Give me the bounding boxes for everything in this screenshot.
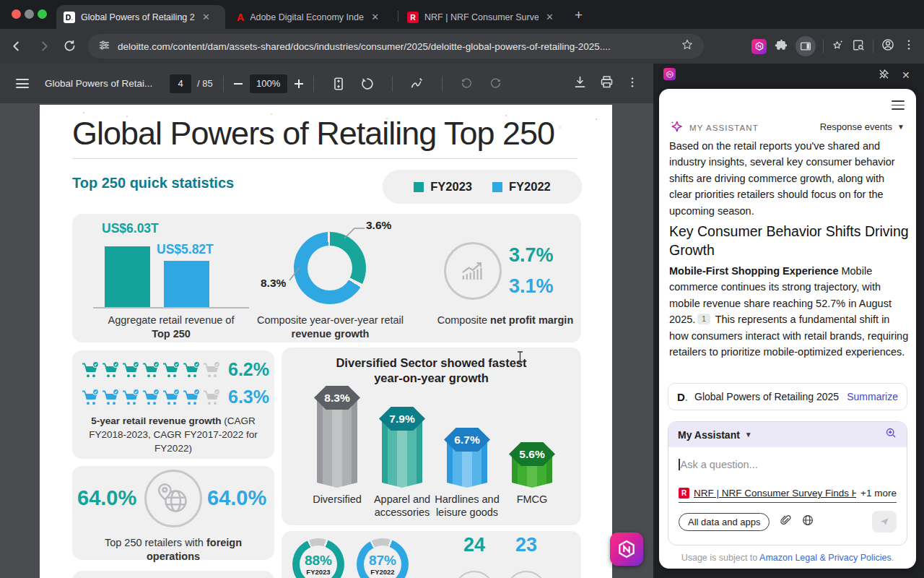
close-tab-icon[interactable]: ✕ bbox=[201, 12, 212, 22]
assistant-fab[interactable] bbox=[610, 532, 643, 566]
document-title: Global Powers of Retailing Top 250 bbox=[72, 115, 554, 152]
extensions-row bbox=[751, 29, 924, 64]
browser-toolbar: deloitte.com/content/dam/assets-shared/d… bbox=[0, 29, 924, 64]
close-tab-icon[interactable]: ✕ bbox=[370, 12, 380, 22]
sector-column-diversified bbox=[317, 397, 357, 488]
legal-link[interactable]: Amazon Legal & Privacy Policies bbox=[759, 553, 892, 563]
zoom-in-icon[interactable] bbox=[295, 79, 303, 88]
pdf-viewer: Global Powers of Retai... 4 / 85 100% bbox=[0, 64, 653, 578]
redo-icon[interactable] bbox=[488, 76, 504, 92]
question-input[interactable]: Ask a question... bbox=[679, 459, 897, 470]
expand-zoom-icon[interactable] bbox=[885, 427, 897, 442]
data-scope-button[interactable]: All data and apps bbox=[679, 513, 770, 531]
cagr-caption: 5-year retail revenue growth (CAGR FY201… bbox=[77, 414, 269, 455]
sparkle-icon bbox=[669, 119, 684, 137]
reload-icon[interactable] bbox=[62, 38, 78, 54]
fit-to-page-icon[interactable] bbox=[331, 76, 346, 92]
tab-separator bbox=[398, 11, 398, 22]
side-panel-icon[interactable] bbox=[796, 36, 816, 56]
legal-footer: Usage is subject to Amazon Legal & Priva… bbox=[659, 553, 916, 563]
bookmark-sparkle-icon[interactable] bbox=[831, 38, 845, 55]
pdf-menu-icon[interactable] bbox=[16, 77, 29, 91]
tab-adobe-index[interactable]: A Adobe Digital Economy Index ✕ bbox=[230, 5, 396, 29]
maximize-window-button[interactable] bbox=[38, 9, 47, 19]
page-count: / 85 bbox=[197, 78, 213, 89]
browser-menu-icon[interactable] bbox=[902, 38, 915, 54]
new-tab-button[interactable]: + bbox=[575, 7, 583, 23]
assistant-intro-text: Based on the retail reports you've share… bbox=[669, 138, 907, 219]
profit-caption: Composite net profit margin bbox=[433, 314, 578, 327]
profit-fy2023-value: 3.7% bbox=[509, 244, 554, 267]
attachment-row[interactable]: R NRF | NRF Consumer Survey Finds Hal… +… bbox=[679, 488, 897, 503]
pdf-more-icon[interactable] bbox=[626, 76, 639, 92]
pdf-doc-title: Global Powers of Retai... bbox=[45, 78, 164, 89]
rotate-icon[interactable] bbox=[359, 76, 375, 92]
toolbar-divider bbox=[823, 40, 824, 53]
blue-swatch bbox=[492, 182, 502, 192]
tab-global-powers[interactable]: D. Global Powers of Retailing 20 ✕ bbox=[56, 5, 225, 29]
sector-label-fmcg: FMCG bbox=[489, 493, 575, 506]
annotate-pen-icon[interactable] bbox=[409, 76, 425, 92]
back-icon[interactable] bbox=[9, 38, 25, 54]
assistant-body-text: Mobile-First Shopping Experience Mobile … bbox=[669, 263, 910, 360]
zoom-out-icon[interactable] bbox=[234, 83, 243, 85]
unpin-icon[interactable] bbox=[877, 68, 890, 84]
chevron-down-icon[interactable]: ▼ bbox=[745, 431, 752, 439]
profit-fy2022-value: 3.1% bbox=[509, 275, 554, 298]
pdf-toolbar-divider bbox=[392, 76, 393, 92]
text-cursor bbox=[679, 459, 680, 470]
url-text[interactable]: deloitte.com/content/dam/assets-shared/d… bbox=[118, 41, 674, 52]
print-icon[interactable] bbox=[599, 74, 614, 92]
address-bar[interactable]: deloitte.com/content/dam/assets-shared/d… bbox=[88, 34, 704, 59]
tab-nrf-survey[interactable]: R NRF | NRF Consumer Survey ✕ bbox=[400, 5, 565, 29]
summarize-link[interactable]: Summarize bbox=[847, 391, 898, 402]
extensions-puzzle-icon[interactable] bbox=[774, 38, 788, 55]
paperclip-icon[interactable] bbox=[779, 514, 792, 530]
close-tab-icon[interactable]: ✕ bbox=[544, 12, 555, 22]
legend-fy2022: FY2022 bbox=[492, 180, 551, 194]
search-page-icon[interactable] bbox=[852, 38, 866, 55]
zoom-level[interactable]: 100% bbox=[250, 74, 287, 93]
assistant-selector[interactable]: My Assistant bbox=[678, 429, 740, 441]
panel-menu-icon[interactable] bbox=[892, 98, 905, 112]
revenue-caption: Aggregate retail revenue ofTop 250 bbox=[83, 314, 259, 341]
page-texture bbox=[83, 112, 84, 113]
donut-leader-lines bbox=[256, 217, 379, 296]
page-number-input[interactable]: 4 bbox=[170, 74, 191, 93]
globe-pin-icon bbox=[144, 470, 202, 527]
document-card-title: Global Powers of Retailing 2025 bbox=[694, 391, 840, 402]
site-settings-icon[interactable] bbox=[98, 39, 110, 54]
attachment-title[interactable]: NRF | NRF Consumer Survey Finds Hal… bbox=[694, 488, 856, 499]
profile-icon[interactable] bbox=[881, 38, 895, 55]
revenue-fy2022-value: US$5.82T bbox=[157, 242, 214, 257]
revenue-fy2023-value: US$6.03T bbox=[102, 221, 159, 236]
bookmark-star-icon[interactable] bbox=[681, 38, 694, 54]
close-sidebar-icon[interactable]: ✕ bbox=[902, 69, 910, 81]
composer: My Assistant ▼ Ask a question... R NRF |… bbox=[668, 421, 907, 545]
cagr-fy2023-value: 6.2% bbox=[228, 359, 269, 380]
composer-header: My Assistant ▼ bbox=[668, 422, 907, 447]
web-globe-icon[interactable] bbox=[801, 514, 814, 530]
send-button[interactable] bbox=[872, 511, 897, 532]
citation-badge[interactable]: 1 bbox=[697, 314, 710, 324]
legend-fy2023: FY2023 bbox=[414, 180, 472, 194]
undo-icon[interactable] bbox=[459, 76, 475, 92]
deloitte-favicon: D. bbox=[64, 12, 75, 23]
assistant-extension-icon[interactable] bbox=[751, 39, 767, 54]
minimize-window-button[interactable] bbox=[25, 9, 34, 19]
attachment-more[interactable]: +1 more bbox=[860, 488, 897, 499]
pdf-page: Global Powers of Retailing Top 250 Top 2… bbox=[40, 105, 612, 578]
growth-chart-icon bbox=[444, 242, 502, 300]
pdf-toolbar-divider bbox=[442, 76, 443, 92]
response-events-dropdown[interactable]: Response events▼ bbox=[820, 121, 905, 132]
composer-controls: All data and apps bbox=[679, 511, 897, 532]
pdf-toolbar-divider bbox=[223, 76, 224, 92]
foreign-caption: Top 250 retailers with foreign operation… bbox=[77, 536, 269, 564]
cart-row-fy2022: 6.3% bbox=[82, 387, 269, 407]
chevron-down-icon: ▼ bbox=[897, 123, 905, 131]
document-card[interactable]: D. Global Powers of Retailing 2025 Summa… bbox=[668, 383, 907, 410]
download-icon[interactable] bbox=[572, 74, 588, 92]
forward-icon[interactable] bbox=[36, 38, 52, 54]
close-window-button[interactable] bbox=[12, 9, 21, 19]
pdf-canvas[interactable]: Global Powers of Retailing Top 250 Top 2… bbox=[0, 103, 653, 578]
